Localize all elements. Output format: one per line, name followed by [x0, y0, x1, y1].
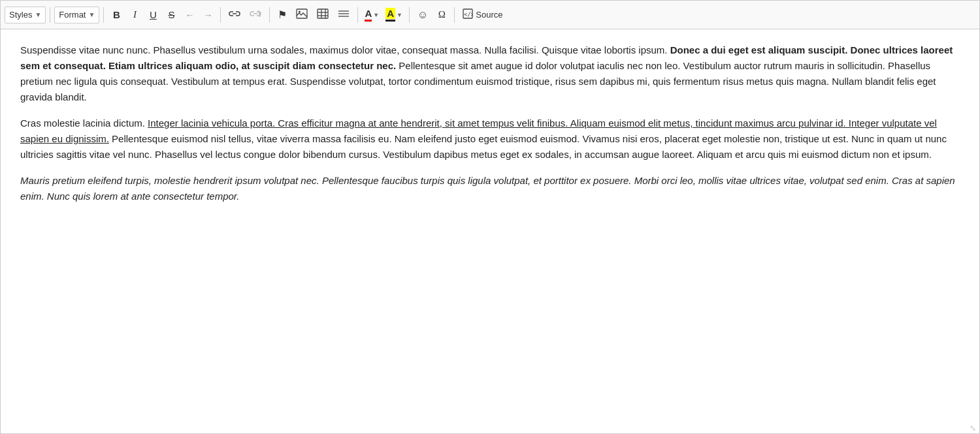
- bg-color-chevron-icon: ▼: [397, 12, 402, 18]
- image-button[interactable]: [292, 7, 312, 23]
- unlink-button[interactable]: [246, 7, 265, 23]
- separator-6: [409, 7, 410, 23]
- table-button[interactable]: [313, 7, 333, 23]
- format-chevron-icon: ▼: [88, 11, 95, 18]
- separator-4: [269, 7, 270, 23]
- paragraph-1: Suspendisse vitae nunc nunc. Phasellus v…: [20, 42, 960, 105]
- italic-icon: I: [133, 9, 137, 20]
- font-color-chevron-icon: ▼: [373, 12, 379, 18]
- image-icon: [296, 8, 308, 21]
- anchor-icon: ⚑: [278, 8, 287, 21]
- underline-icon: U: [150, 9, 157, 20]
- source-code-icon: </>: [463, 8, 473, 21]
- link-icon: [229, 9, 240, 20]
- resize-handle[interactable]: ⤡: [970, 424, 977, 431]
- format-label: Format: [59, 10, 86, 20]
- table-icon: [317, 8, 329, 21]
- italic-button[interactable]: I: [126, 7, 143, 23]
- toolbar: Styles ▼ Format ▼ B I U: [1, 1, 979, 29]
- editor-wrapper: Styles ▼ Format ▼ B I U: [0, 0, 980, 434]
- paragraph-2: Cras molestie lacinia dictum. Integer la…: [20, 116, 960, 163]
- link-button[interactable]: [225, 7, 244, 23]
- strikethrough-icon: S: [168, 9, 174, 20]
- styles-chevron-icon: ▼: [35, 11, 41, 18]
- font-color-icon: A: [365, 8, 372, 22]
- emoji-button[interactable]: ☺: [414, 7, 432, 23]
- format-dropdown[interactable]: Format ▼: [54, 7, 99, 23]
- paragraph-3: Mauris pretium eleifend turpis, molestie…: [20, 173, 960, 204]
- bold-text-1: Donec a dui eget est aliquam suscipit. D…: [20, 44, 953, 71]
- font-color-button[interactable]: A ▼: [362, 7, 382, 23]
- content-area[interactable]: Suspendisse vitae nunc nunc. Phasellus v…: [1, 29, 979, 433]
- undo-icon: ←: [185, 10, 194, 20]
- emoji-icon: ☺: [417, 9, 428, 21]
- separator-7: [454, 7, 455, 23]
- strikethrough-button[interactable]: S: [163, 7, 180, 23]
- svg-point-4: [299, 11, 301, 13]
- separator-1: [50, 7, 50, 23]
- separator-3: [220, 7, 221, 23]
- bold-button[interactable]: B: [108, 7, 125, 23]
- bg-color-button[interactable]: A ▼: [383, 7, 405, 23]
- bold-icon: B: [113, 9, 120, 20]
- styles-dropdown[interactable]: Styles ▼: [5, 7, 46, 23]
- bg-color-icon: A: [385, 8, 395, 22]
- hr-icon: [338, 8, 350, 21]
- unlink-icon: [250, 9, 261, 20]
- source-button[interactable]: </> Source: [459, 7, 506, 23]
- styles-label: Styles: [9, 10, 32, 20]
- redo-button[interactable]: →: [199, 7, 216, 23]
- source-label: Source: [476, 10, 502, 20]
- editor-container: Styles ▼ Format ▼ B I U: [0, 0, 980, 434]
- svg-text:</>: </>: [464, 11, 473, 18]
- undo-button[interactable]: ←: [181, 7, 198, 23]
- separator-2: [103, 7, 104, 23]
- hr-button[interactable]: [334, 7, 353, 23]
- svg-rect-5: [318, 9, 328, 18]
- separator-5: [357, 7, 358, 23]
- special-char-button[interactable]: Ω: [433, 7, 450, 23]
- redo-icon: →: [203, 10, 212, 20]
- link-text[interactable]: Integer lacinia vehicula porta. Cras eff…: [20, 117, 937, 144]
- anchor-button[interactable]: ⚑: [274, 7, 291, 23]
- special-char-icon: Ω: [438, 9, 446, 20]
- underline-button[interactable]: U: [144, 7, 161, 23]
